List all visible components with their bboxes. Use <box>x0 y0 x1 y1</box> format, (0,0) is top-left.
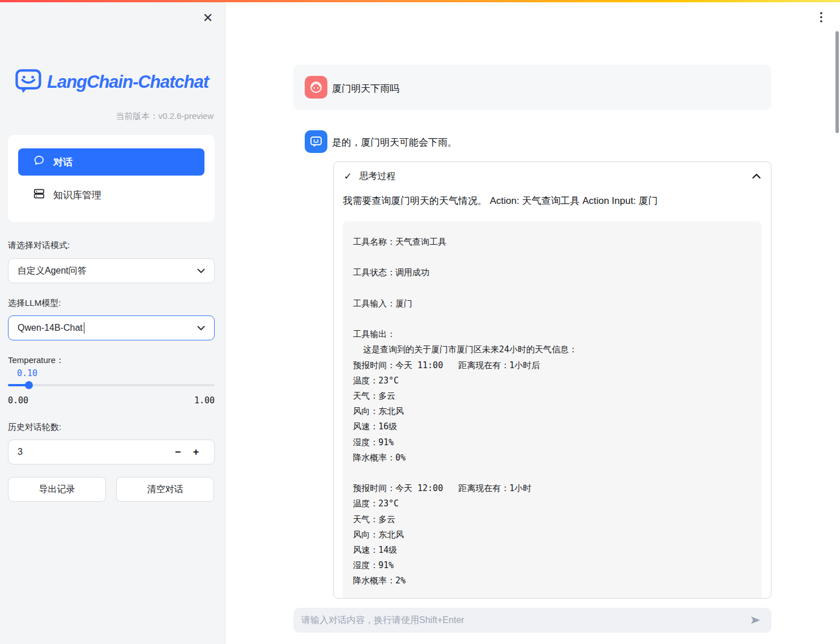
nav-item-knowledge-base[interactable]: 知识库管理 <box>18 181 204 208</box>
plus-button[interactable]: + <box>187 443 205 461</box>
vertical-scrollbar[interactable] <box>835 31 839 133</box>
brand: LangChain-Chatchat <box>15 69 208 95</box>
sidebar: ✕ LangChain-Chatchat 当前版本：v0.2.6-preview… <box>0 0 225 644</box>
expander-header[interactable]: ✓ 思考过程 <box>334 162 771 190</box>
main-area: ⋮ 厦门明天下雨吗 <box>225 0 840 644</box>
history-rounds-label: 历史对话轮数: <box>8 422 61 433</box>
export-records-button[interactable]: 导出记录 <box>8 477 106 502</box>
history-rounds-value: 3 <box>18 447 169 457</box>
user-avatar <box>305 76 327 99</box>
user-message-row: 厦门明天下雨吗 <box>293 65 771 110</box>
dialogue-mode-label: 请选择对话模式: <box>8 240 70 251</box>
version-text: 当前版本：v0.2.6-preview <box>116 111 214 122</box>
thinking-process-expander: ✓ 思考过程 我需要查询厦门明天的天气情况。 Action: 天气查询工具 Ac… <box>333 161 771 599</box>
history-rounds-input[interactable]: 3 − + <box>8 440 215 464</box>
clear-dialogue-button[interactable]: 清空对话 <box>116 477 214 502</box>
llm-model-label: 选择LLM模型: <box>8 298 61 309</box>
assistant-message-text: 是的，厦门明天可能会下雨。 <box>332 136 457 149</box>
chevron-down-icon <box>197 323 205 333</box>
tool-output-codeblock: 工具名称：天气查询工具 工具状态：调用成功 工具输入：厦门 工具输出： 这是查询… <box>343 221 762 599</box>
llm-model-value: Qwen-14B-Chat <box>18 323 83 333</box>
brand-logo-icon <box>15 69 41 95</box>
nav-item-label: 对话 <box>53 156 73 169</box>
decoration-bar <box>0 0 840 2</box>
slider-thumb[interactable] <box>25 381 33 389</box>
agent-thought-text: 我需要查询厦门明天的天气情况。 Action: 天气查询工具 Action In… <box>334 194 771 208</box>
server-stack-icon <box>33 187 45 203</box>
assistant-message-row: 是的，厦门明天可能会下雨。 <box>293 130 771 155</box>
brand-name: LangChain-Chatchat <box>47 72 208 92</box>
chat-input-bar <box>293 608 771 633</box>
expander-title: 思考过程 <box>359 170 745 182</box>
nav-item-label: 知识库管理 <box>53 189 101 202</box>
chevron-down-icon <box>197 266 205 276</box>
chevron-up-icon[interactable] <box>752 171 761 181</box>
dialogue-mode-value: 自定义Agent问答 <box>18 265 197 277</box>
minus-button[interactable]: − <box>169 443 187 461</box>
send-icon[interactable] <box>748 612 764 628</box>
llm-model-select[interactable]: Qwen-14B-Chat <box>8 315 215 340</box>
slider-max: 1.00 <box>194 395 215 406</box>
nav-item-dialogue[interactable]: 对话 <box>18 148 204 176</box>
main-menu-kebab-icon[interactable]: ⋮ <box>815 9 828 25</box>
check-icon: ✓ <box>344 170 352 182</box>
nav-menu: 对话 知识库管理 <box>8 135 215 222</box>
text-cursor <box>84 322 85 334</box>
temperature-value: 0.10 <box>17 368 37 378</box>
assistant-avatar <box>305 130 327 153</box>
chat-bubble-icon <box>33 155 45 170</box>
temperature-slider[interactable] <box>8 384 215 386</box>
slider-range: 0.00 1.00 <box>8 395 215 406</box>
tool-output-text: 工具名称：天气查询工具 工具状态：调用成功 工具输入：厦门 工具输出： 这是查询… <box>353 234 752 589</box>
dialogue-mode-select[interactable]: 自定义Agent问答 <box>8 258 215 283</box>
chat-input[interactable] <box>301 615 748 625</box>
user-message-text: 厦门明天下雨吗 <box>332 82 399 95</box>
temperature-label: Temperature： <box>8 355 64 366</box>
sidebar-close-icon[interactable]: ✕ <box>200 10 216 26</box>
slider-min: 0.00 <box>8 395 28 406</box>
